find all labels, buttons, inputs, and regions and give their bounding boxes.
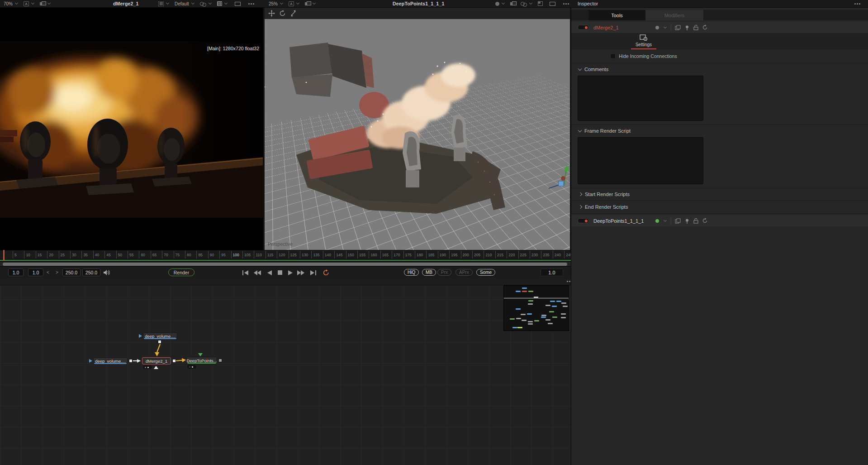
inspector-node-header-dmerge[interactable]: dMerge2_1 [571, 22, 868, 33]
lock-icon[interactable] [693, 24, 698, 30]
section-frame-render-script[interactable]: Frame Render Script [579, 127, 631, 134]
playback-speed-field[interactable]: 1.0 [541, 268, 563, 276]
node-deep-volume-top[interactable]: deep_volume.... [143, 332, 177, 340]
chevron-down-icon[interactable] [280, 1, 283, 5]
lock-icon[interactable] [693, 218, 698, 224]
chevron-down-icon[interactable] [209, 1, 212, 5]
viewer-2d-pane[interactable]: [Main]: 1280x720 float32 [0, 8, 264, 250]
render-button[interactable]: Render [168, 268, 194, 276]
audio-icon[interactable] [103, 269, 110, 276]
copy-icon[interactable] [675, 25, 681, 30]
chevron-down-icon[interactable] [502, 1, 505, 5]
node-editor[interactable]: deep_volume.... deep_volume.... dMerge2_… [0, 278, 571, 465]
inspector-node-header-deeptopoints[interactable]: DeepToPoints1_1_1_1 [571, 215, 868, 226]
step-forward-button[interactable]: > [54, 268, 60, 276]
output-port-deep-to-points[interactable] [218, 359, 222, 362]
roi-icon[interactable] [235, 2, 241, 6]
chevron-down-icon[interactable] [296, 1, 299, 5]
fast-forward-button[interactable] [297, 269, 305, 276]
timeline-scrollbar[interactable] [0, 262, 571, 266]
playhead[interactable] [3, 250, 5, 261]
node-dmerge[interactable]: dMerge2_1 [142, 357, 171, 364]
section-start-render-scripts[interactable]: Start Render Scripts [579, 191, 630, 198]
render-end-field[interactable]: 250.0 [62, 268, 81, 276]
chevron-down-icon[interactable] [313, 1, 316, 5]
node-deep-to-points[interactable]: DeepToPoints... [186, 357, 217, 364]
layers-icon[interactable] [40, 1, 45, 6]
copy-icon[interactable] [675, 218, 681, 224]
channel-icon[interactable]: A [24, 1, 29, 6]
quality-button-hiq[interactable]: HiQ [404, 269, 419, 276]
more-options-icon[interactable] [248, 3, 250, 5]
node-editor-minimap[interactable] [503, 285, 569, 331]
chevron-down-icon[interactable] [15, 1, 18, 5]
goto-start-button[interactable] [241, 269, 249, 276]
quality-button-mb[interactable]: MB [422, 269, 436, 276]
chevron-down-icon[interactable] [47, 1, 51, 5]
fast-reverse-button[interactable] [253, 269, 261, 276]
color-wheels-icon[interactable] [521, 2, 527, 6]
frame-render-script-textarea[interactable] [578, 137, 703, 184]
more-options-icon[interactable] [563, 3, 564, 5]
chevron-down-icon[interactable] [31, 1, 34, 5]
output-port-deep-volume-top[interactable] [158, 340, 161, 344]
settings-tab-icon[interactable] [640, 34, 648, 41]
quality-button-prx[interactable]: Prx [437, 269, 451, 276]
pin-icon[interactable] [684, 25, 690, 30]
global-start-field[interactable]: 1.0 [8, 268, 24, 276]
chevron-down-icon[interactable] [191, 1, 194, 5]
quality-button-aprx[interactable]: APrx [455, 269, 473, 276]
input-port-icon[interactable] [139, 334, 142, 338]
goto-end-button[interactable] [309, 269, 317, 276]
right-viewer-zoom-value[interactable]: 25% [269, 1, 278, 6]
loop-button[interactable] [322, 269, 330, 276]
left-viewer-zoom-value[interactable]: 70% [4, 1, 13, 6]
chevron-down-icon[interactable] [224, 1, 228, 5]
dither-icon[interactable] [158, 1, 164, 6]
quality-button-some[interactable]: Some [476, 269, 495, 276]
output-port-deep-volume-left[interactable] [129, 359, 133, 363]
layers-icon[interactable] [305, 1, 310, 6]
chevron-down-icon[interactable] [166, 1, 169, 5]
rotate-tool-icon[interactable] [279, 10, 286, 17]
reset-icon[interactable] [702, 218, 708, 224]
scrollbar-thumb[interactable] [3, 263, 567, 266]
tab-tools[interactable]: Tools [588, 10, 645, 20]
status-dot-icon[interactable] [655, 219, 659, 223]
tab-modifiers[interactable]: Modifiers [645, 10, 703, 20]
stop-button[interactable] [276, 269, 284, 276]
chevron-down-icon[interactable] [664, 218, 667, 221]
step-back-button[interactable]: < [45, 268, 51, 276]
input-port-icon[interactable] [198, 353, 203, 356]
section-comments[interactable]: Comments [579, 66, 608, 73]
shading-icon[interactable] [495, 2, 499, 6]
more-options-icon[interactable] [854, 3, 856, 5]
pan-tool-icon[interactable] [268, 10, 275, 17]
viewer-3d-pane[interactable]: Perspective [265, 8, 570, 250]
play-button[interactable] [286, 269, 294, 276]
pin-icon[interactable] [684, 218, 690, 224]
roi-icon[interactable] [550, 2, 555, 6]
settings-tab-label[interactable]: Settings [578, 42, 710, 47]
input-port-icon[interactable] [89, 359, 92, 363]
node-enable-toggle[interactable] [578, 218, 589, 223]
render-start-field[interactable]: 1.0 [28, 268, 43, 276]
global-end-field[interactable]: 250.0 [82, 268, 100, 276]
frame-ruler[interactable]: 5101520253035404550556065707580859095100… [0, 250, 571, 259]
viewport-3d[interactable]: Perspective [265, 19, 570, 250]
hide-incoming-checkbox[interactable] [610, 53, 616, 59]
comments-textarea[interactable] [578, 76, 703, 121]
chevron-down-icon[interactable] [529, 1, 532, 5]
play-reverse-button[interactable] [266, 269, 274, 276]
checker-icon[interactable] [217, 1, 222, 6]
more-options-icon[interactable] [567, 281, 568, 282]
hide-incoming-row[interactable]: Hide Incoming Connections [578, 53, 710, 60]
reset-icon[interactable] [702, 24, 708, 30]
stacked-views-icon[interactable] [510, 1, 516, 6]
mask-input-icon[interactable] [154, 366, 158, 369]
status-dot-icon[interactable] [655, 26, 659, 29]
node-enable-toggle[interactable] [578, 25, 589, 30]
section-end-render-scripts[interactable]: End Render Scripts [579, 203, 628, 211]
chevron-down-icon[interactable] [664, 25, 667, 28]
color-wheels-icon[interactable] [200, 2, 206, 6]
